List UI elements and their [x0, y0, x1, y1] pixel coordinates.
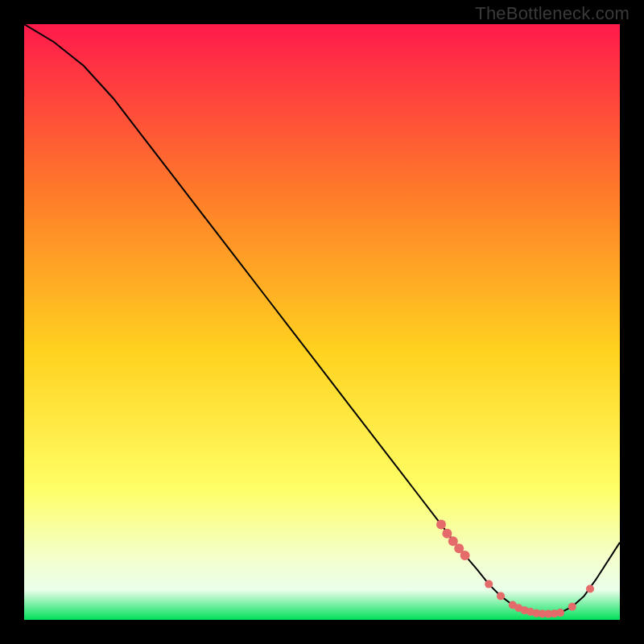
- curve-marker: [586, 585, 594, 593]
- chart-frame: TheBottleneck.com: [0, 0, 644, 644]
- curve-marker: [568, 603, 576, 611]
- curve-marker: [556, 609, 564, 617]
- watermark-text: TheBottleneck.com: [475, 3, 630, 24]
- curve-marker: [485, 580, 493, 588]
- plot-area: [24, 24, 620, 620]
- curve-marker: [442, 529, 452, 539]
- curve-marker: [497, 592, 505, 600]
- curve-marker: [460, 551, 470, 560]
- curve-marker: [436, 520, 446, 530]
- gradient-background: [24, 24, 620, 620]
- chart-svg: [24, 24, 620, 620]
